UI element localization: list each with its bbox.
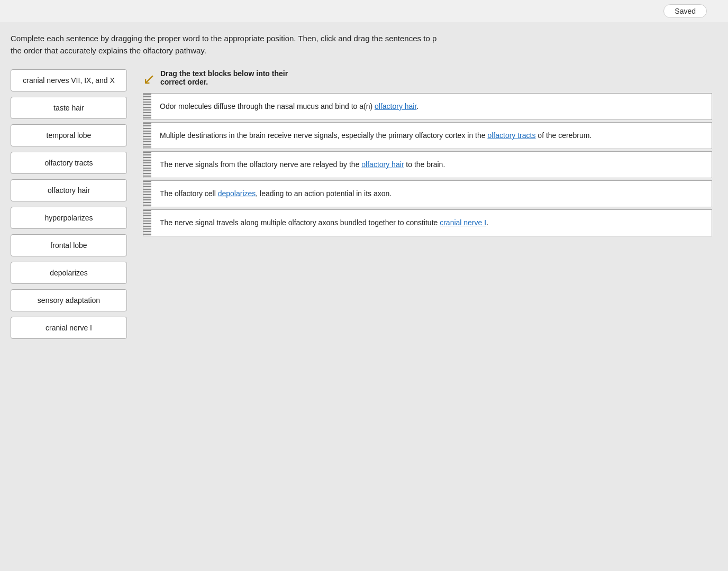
drag-header-line1: Drag the text blocks below into their	[160, 69, 288, 78]
sentences-area: ↙ Drag the text blocks below into their …	[143, 69, 712, 238]
sentence-block-5: The nerve signal travels along multiple …	[151, 209, 712, 236]
word-item-w1[interactable]: cranial nerves VII, IX, and X	[11, 69, 127, 91]
drag-handle-2[interactable]	[143, 122, 151, 149]
drag-instructions: ↙ Drag the text blocks below into their …	[143, 69, 712, 88]
instructions-line2: the order that accurately explains the o…	[11, 46, 206, 55]
sentence-wrapper-3[interactable]: The nerve signals from the olfactory ner…	[143, 151, 712, 178]
sentence-wrapper-4[interactable]: The olfactory cell depolarizes, leading …	[143, 180, 712, 207]
sentence-wrapper-2[interactable]: Multiple destinations in the brain recei…	[143, 122, 712, 149]
word-item-w3[interactable]: temporal lobe	[11, 124, 127, 146]
sentence-block-3: The nerve signals from the olfactory ner…	[151, 151, 712, 178]
fill-word-1: olfactory hair	[375, 102, 416, 110]
sentence-wrapper-5[interactable]: The nerve signal travels along multiple …	[143, 209, 712, 236]
drag-handle-5[interactable]	[143, 209, 151, 236]
drag-handle-3[interactable]	[143, 151, 151, 178]
sentence-block-4: The olfactory cell depolarizes, leading …	[151, 180, 712, 207]
word-item-w9[interactable]: sensory adaptation	[11, 289, 127, 311]
word-item-w5[interactable]: olfactory hair	[11, 179, 127, 201]
drag-header-line2: correct order.	[160, 78, 288, 86]
word-item-w2[interactable]: taste hair	[11, 97, 127, 119]
word-item-w8[interactable]: depolarizes	[11, 262, 127, 284]
fill-word-2: olfactory tracts	[487, 131, 535, 140]
fill-word-4: depolarizes	[218, 189, 256, 198]
drag-handle-1[interactable]	[143, 93, 151, 120]
fill-word-3: olfactory hair	[361, 160, 404, 169]
fill-word-5: cranial nerve I	[440, 218, 486, 227]
word-item-w6[interactable]: hyperpolarizes	[11, 207, 127, 229]
instructions-line1: Complete each sentence by dragging the p…	[11, 34, 436, 43]
sentence-wrapper-1[interactable]: Odor molecules diffuse through the nasal…	[143, 93, 712, 120]
drag-handle-4[interactable]	[143, 180, 151, 207]
saved-badge: Saved	[663, 4, 707, 18]
word-bank: cranial nerves VII, IX, and Xtaste hairt…	[11, 69, 127, 339]
instructions: Complete each sentence by dragging the p…	[11, 33, 487, 57]
sentence-block-2: Multiple destinations in the brain recei…	[151, 122, 712, 149]
word-item-w10[interactable]: cranial nerve I	[11, 317, 127, 339]
main-container: Complete each sentence by dragging the p…	[0, 22, 728, 355]
sentence-block-1: Odor molecules diffuse through the nasal…	[151, 93, 712, 120]
content-area: cranial nerves VII, IX, and Xtaste hairt…	[11, 69, 712, 339]
word-item-w4[interactable]: olfactory tracts	[11, 152, 127, 174]
top-bar: Saved	[0, 0, 728, 22]
word-item-w7[interactable]: frontal lobe	[11, 234, 127, 256]
arrow-icon: ↙	[143, 70, 155, 88]
